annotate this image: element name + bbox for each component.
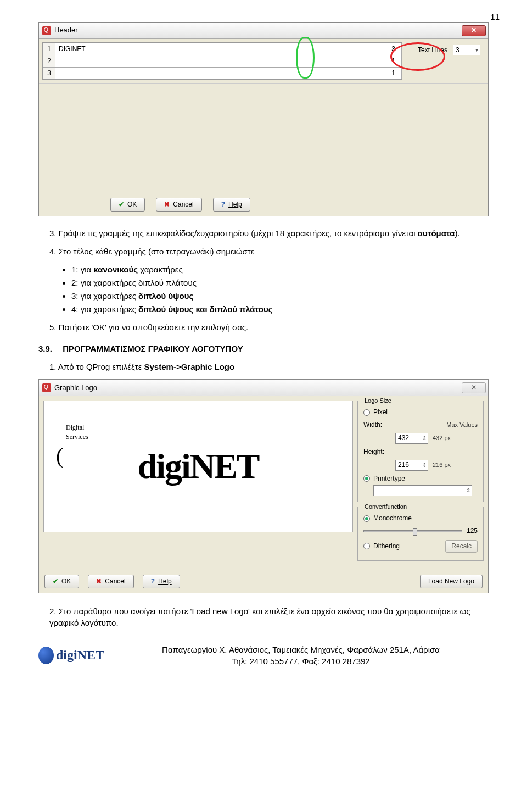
- dithering-radio[interactable]: [363, 543, 370, 549]
- close-button[interactable]: ✕: [462, 25, 486, 36]
- step-4: 4. Στο τέλος κάθε γραμμής (στο τετραγωνά…: [38, 246, 489, 257]
- recalc-button[interactable]: Recalc: [445, 540, 478, 553]
- section-step-1: 1. Από το QProg επιλέξτε System->Graphic…: [38, 361, 489, 372]
- step-5: 5. Πατήστε 'OK' για να αποθηκεύσετε την …: [38, 321, 489, 333]
- table-row[interactable]: 1 DIGINET 3: [43, 43, 402, 55]
- monochrome-value: 125: [467, 526, 478, 536]
- list-item: 2: για χαρακτήρες διπλού πλάτους: [71, 277, 489, 288]
- cancel-label: Cancel: [173, 200, 193, 209]
- cancel-button[interactable]: ✖ Cancel: [88, 575, 133, 588]
- max-values-label: Max Values: [395, 421, 478, 429]
- list-item: 1: για κανονικούς χαρακτήρες: [71, 264, 489, 275]
- ok-button[interactable]: ✔ OK: [110, 198, 145, 212]
- section-step-2: 2. Στο παράθυρο που ανοίγει πατήστε 'Loa…: [38, 605, 489, 629]
- pixel-radio[interactable]: [363, 409, 370, 416]
- printertype-radio[interactable]: [363, 475, 370, 482]
- ok-label: OK: [61, 577, 71, 586]
- logo-paren: (: [56, 441, 63, 471]
- check-icon: ✔: [119, 200, 124, 209]
- printertype-select[interactable]: [373, 485, 472, 496]
- monochrome-radio[interactable]: [363, 515, 370, 522]
- row-col2[interactable]: 3: [385, 43, 401, 55]
- height-spinner[interactable]: 216: [395, 460, 428, 471]
- cancel-label: Cancel: [105, 577, 125, 586]
- row-col2[interactable]: 1: [385, 67, 401, 79]
- dithering-label: Dithering: [373, 542, 400, 551]
- height-max: 216 px: [433, 461, 471, 469]
- logo-size-legend: Logo Size: [362, 397, 394, 405]
- close-button[interactable]: ✕: [462, 382, 486, 393]
- convert-legend: Convertfunction: [362, 503, 409, 511]
- table-row[interactable]: 3 1: [43, 67, 402, 79]
- footer-line-1: Παπαγεωργίου Χ. Αθανάσιος, Ταμειακές Μηχ…: [113, 644, 489, 655]
- dialog-title: Header: [54, 25, 78, 35]
- header-grid[interactable]: 1 DIGINET 3 2 1 3 1: [42, 42, 402, 80]
- text-lines-label: Text Lines: [418, 46, 447, 55]
- button-bar: ✔ OK ✖ Cancel ? Help: [39, 193, 488, 216]
- logo-canvas: ( Digital Services digiNET: [43, 401, 353, 532]
- x-icon: ✖: [96, 577, 102, 586]
- row-num: 2: [43, 55, 55, 67]
- close-icon: ✕: [471, 26, 476, 35]
- help-button[interactable]: ? Help: [143, 575, 180, 588]
- page-footer: digiNET Παπαγεωργίου Χ. Αθανάσιος, Ταμει…: [38, 644, 489, 667]
- list-item: 3: για χαρακτήρες διπλού ύψους: [71, 290, 489, 302]
- titlebar: Graphic Logo ✕: [39, 380, 488, 396]
- monochrome-label: Monochrome: [373, 514, 412, 523]
- load-new-logo-button[interactable]: Load New Logo: [420, 575, 483, 588]
- logo-settings-panel: Logo Size Pixel Width: Max Values 432 43…: [357, 401, 484, 565]
- row-num: 3: [43, 67, 55, 79]
- footer-logo-ball-icon: [38, 647, 54, 664]
- app-icon: [42, 26, 51, 35]
- row-text[interactable]: [55, 67, 385, 79]
- height-label: Height:: [363, 447, 391, 457]
- bullet-list: 1: για κανονικούς χαρακτήρες 2: για χαρα…: [38, 264, 489, 315]
- ok-label: OK: [127, 200, 137, 209]
- row-col2[interactable]: 1: [385, 55, 401, 67]
- graphic-logo-dialog: Graphic Logo ✕ ( Digital Services digiNE…: [38, 379, 489, 593]
- dialog-title: Graphic Logo: [54, 383, 97, 393]
- row-text[interactable]: [55, 55, 385, 67]
- cancel-button[interactable]: ✖ Cancel: [156, 198, 201, 212]
- help-label: Help: [228, 200, 242, 209]
- check-icon: ✔: [53, 577, 58, 586]
- monochrome-slider[interactable]: [363, 530, 462, 532]
- footer-logo: digiNET: [38, 646, 104, 665]
- ok-button[interactable]: ✔ OK: [44, 575, 79, 588]
- printertype-label: Printertype: [373, 474, 405, 483]
- footer-line-2: Τηλ: 2410 555777, Φαξ: 2410 287392: [113, 655, 489, 667]
- width-label: Width:: [363, 420, 391, 430]
- row-num: 1: [43, 43, 55, 55]
- help-label: Help: [158, 577, 172, 586]
- titlebar: Header ✕: [39, 23, 488, 39]
- step-3: 3. Γράψτε τις γραμμές της επικεφαλίδας/ε…: [38, 227, 489, 239]
- section-heading: 3.9. ΠΡΟΓΡΑΜΜΑΤΙΣΜΟΣ ΓΡΑΦΙΚΟΥ ΛΟΓΟΤΥΠΟΥ: [38, 343, 489, 354]
- row-text[interactable]: DIGINET: [55, 43, 385, 55]
- help-button[interactable]: ? Help: [213, 198, 250, 212]
- table-row[interactable]: 2 1: [43, 55, 402, 67]
- logo-size-fieldset: Logo Size Pixel Width: Max Values 432 43…: [357, 401, 484, 502]
- width-spinner[interactable]: 432: [395, 433, 428, 444]
- page-number: 11: [490, 11, 500, 23]
- text-lines-select[interactable]: 3: [453, 45, 480, 55]
- convert-fieldset: Convertfunction Monochrome 125 Dithering: [357, 507, 484, 560]
- question-icon: ?: [221, 200, 225, 209]
- x-icon: ✖: [164, 200, 170, 209]
- logo-art: digiNET: [138, 442, 259, 491]
- list-item: 4: για χαρακτήρες διπλού ύψους και διπλο…: [71, 303, 489, 315]
- header-dialog: Header ✕ 1 DIGINET 3 2: [38, 22, 489, 216]
- logo-small-text: Digital Services: [66, 423, 88, 442]
- pixel-label: Pixel: [373, 408, 388, 417]
- question-icon: ?: [151, 577, 155, 586]
- close-icon: ✕: [471, 383, 476, 392]
- dialog-empty-area: [39, 83, 488, 193]
- app-icon: [42, 383, 51, 392]
- width-max: 432 px: [433, 434, 471, 442]
